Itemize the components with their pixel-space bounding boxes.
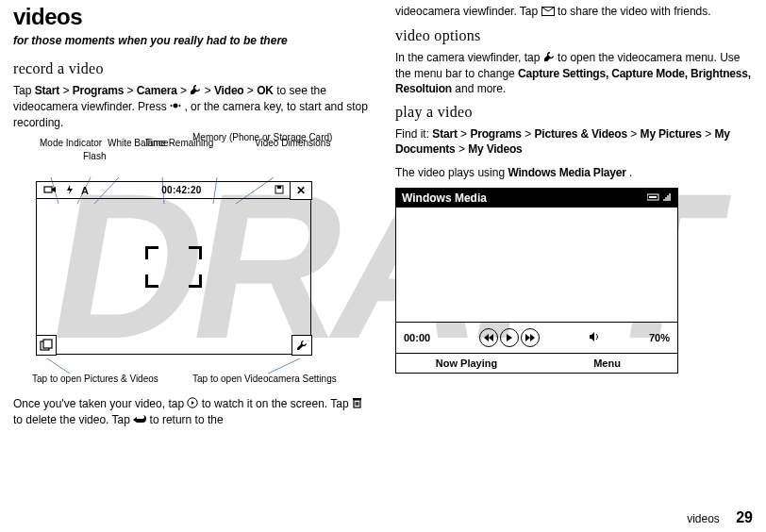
video-mode-icon xyxy=(43,185,57,196)
time-remaining-value: 00:42:20 xyxy=(92,185,272,195)
text: Once you've taken your video, tap xyxy=(13,397,187,410)
page-number: 29 xyxy=(736,509,753,525)
text: . xyxy=(629,166,632,179)
focus-brackets xyxy=(145,246,202,288)
bottom-labels: Tap to open Pictures & Videos Tap to ope… xyxy=(13,358,334,387)
sep: > xyxy=(205,84,214,97)
label-time: Time Remaining xyxy=(145,138,192,148)
svg-line-17 xyxy=(268,358,300,374)
path-video: Video xyxy=(214,84,243,97)
play-button[interactable] xyxy=(500,328,519,347)
volume-icon xyxy=(589,332,600,343)
page-footer: videos 29 xyxy=(687,509,753,526)
label-dims: Video Dimensions xyxy=(255,138,311,148)
text: to delete the video. Tap xyxy=(13,413,133,426)
softkey-left[interactable]: Now Playing xyxy=(396,354,537,373)
viewfinder-frame: A 00:42:20 M ✕ xyxy=(36,181,311,355)
wrench-icon xyxy=(190,84,201,99)
svg-rect-9 xyxy=(44,187,52,192)
left-column: videos for those moments when you really… xyxy=(13,4,371,500)
sep: > xyxy=(630,127,640,141)
options-paragraph: In the camera viewfinder, tap to open th… xyxy=(395,50,753,96)
path-pictures-videos: Pictures & Videos xyxy=(535,127,627,141)
flash-icon xyxy=(65,185,75,196)
svg-rect-20 xyxy=(353,398,361,400)
svg-rect-15 xyxy=(43,340,52,348)
sep: > xyxy=(460,127,470,141)
return-arrow-icon xyxy=(133,413,146,428)
settings-button[interactable] xyxy=(291,335,312,356)
right-column: videocamera viewfinder. Tap to share the… xyxy=(395,4,753,500)
find-it-path: Find it: Start > Programs > Pictures & V… xyxy=(395,126,753,157)
svg-rect-11 xyxy=(277,186,281,189)
status-icons xyxy=(647,191,672,205)
path-start: Start xyxy=(432,127,457,141)
label-open-settings: Tap to open Videocamera Settings xyxy=(192,374,337,384)
tagline: for those moments when you really had to… xyxy=(13,34,371,47)
path-my-pictures: My Pictures xyxy=(641,127,702,141)
svg-point-2 xyxy=(179,105,181,107)
label-memory: Memory (Phone or Storage Card) xyxy=(192,132,251,142)
top-labels: Mode Indicator Flash White Balance Time … xyxy=(13,138,334,181)
page-columns: videos for those moments when you really… xyxy=(0,0,766,500)
play-icon xyxy=(187,397,198,412)
sep: > xyxy=(62,84,72,97)
continued-paragraph: videocamera viewfinder. Tap to share the… xyxy=(395,4,753,20)
svg-point-1 xyxy=(171,105,173,107)
player-time: 00:00 xyxy=(404,332,430,343)
media-player-mock: Windows Media 00:00 xyxy=(395,188,678,374)
svg-point-0 xyxy=(174,103,178,108)
viewfinder-diagram: Mode Indicator Flash White Balance Time … xyxy=(13,138,334,387)
text: videocamera viewfinder. Tap xyxy=(395,5,541,18)
softkey-right[interactable]: Menu xyxy=(537,354,677,373)
svg-rect-26 xyxy=(649,196,657,198)
wmp-name: Windows Media Player xyxy=(508,166,625,179)
path-start: Start xyxy=(35,84,59,97)
trash-icon xyxy=(352,397,362,412)
path-programs: Programs xyxy=(73,84,124,97)
text: to watch it on the screen. Tap xyxy=(202,397,352,410)
text: and more. xyxy=(455,82,506,95)
record-instructions: Tap Start > Programs > Camera > > Video … xyxy=(13,83,371,130)
wrench-icon xyxy=(543,51,555,66)
after-record-paragraph: Once you've taken your video, tap to wat… xyxy=(13,396,371,428)
heading-options: video options xyxy=(395,27,753,44)
player-softkeys: Now Playing Menu xyxy=(396,353,677,373)
white-balance-icon: A xyxy=(81,185,89,196)
path-programs: Programs xyxy=(470,127,521,141)
sep: > xyxy=(458,142,468,156)
pictures-videos-button[interactable] xyxy=(36,335,57,356)
text: Tap xyxy=(13,84,35,97)
text: to share the video with friends. xyxy=(558,5,711,18)
plays-using-paragraph: The video plays using Windows Media Play… xyxy=(395,165,753,180)
sep: > xyxy=(247,84,257,97)
label-flash: Flash xyxy=(83,151,106,161)
joystick-center-icon xyxy=(170,100,181,115)
text: The video plays using xyxy=(395,166,508,179)
path-ok: OK xyxy=(257,84,274,97)
label-mode: Mode Indicator xyxy=(40,138,102,148)
svg-line-16 xyxy=(47,358,70,374)
sep: > xyxy=(126,84,136,97)
viewfinder-body xyxy=(37,199,310,354)
memory-card-icon xyxy=(275,185,284,196)
sep: > xyxy=(525,127,534,141)
forward-button[interactable] xyxy=(521,328,540,347)
rewind-button[interactable] xyxy=(479,328,498,347)
player-volume: 70% xyxy=(649,332,670,343)
envelope-icon xyxy=(541,5,555,20)
page-title: videos xyxy=(13,4,371,30)
label-open-pv: Tap to open Pictures & Videos xyxy=(32,374,158,384)
sep: > xyxy=(705,127,714,141)
text: to return to the xyxy=(150,413,224,426)
footer-section: videos xyxy=(687,512,720,525)
find-it-label: Find it: xyxy=(395,127,429,141)
player-video-area xyxy=(396,208,677,323)
player-controls-row: 00:00 70% xyxy=(396,323,677,353)
close-button[interactable]: ✕ xyxy=(290,181,312,200)
sep: > xyxy=(180,84,190,97)
player-title: Windows Media xyxy=(402,191,487,205)
heading-play: play a video xyxy=(395,104,753,121)
path-camera: Camera xyxy=(137,84,177,97)
transport-buttons xyxy=(479,328,540,347)
